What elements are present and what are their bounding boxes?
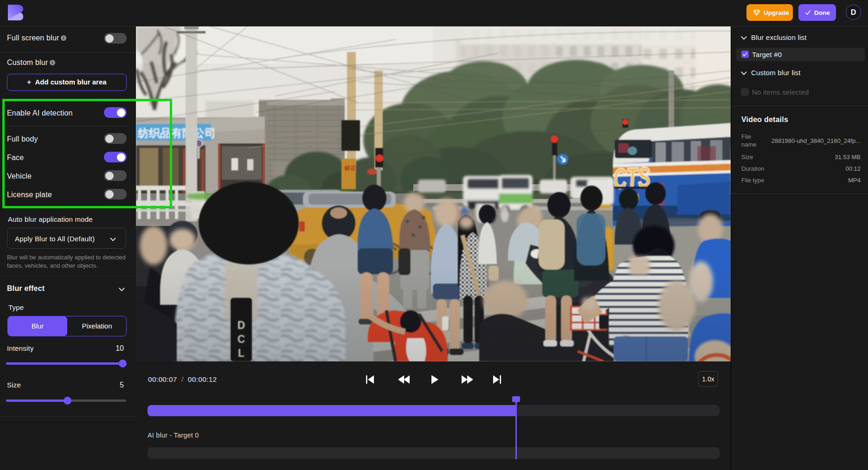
svg-text:鲜花: 鲜花	[344, 165, 356, 172]
